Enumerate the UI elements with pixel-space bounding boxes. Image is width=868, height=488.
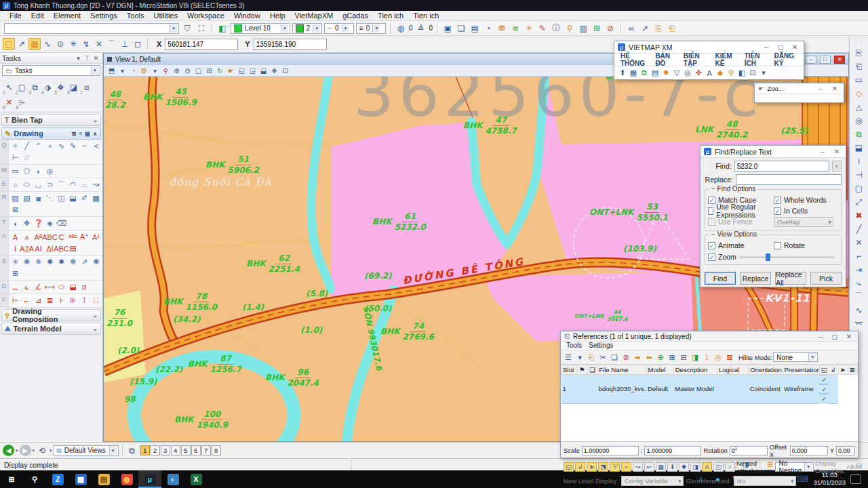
drawing-tool-icon[interactable]: ⌫ [56,218,67,229]
render-icon[interactable]: ✳ [523,22,535,35]
fence-mode-icon[interactable]: ⛶ [195,22,208,35]
drawing-tool-icon[interactable]: ◙ [33,192,44,204]
clip-mask-icon[interactable]: ⊡ [280,66,290,76]
offset-x-input[interactable] [790,446,828,455]
section-drawing-composition[interactable]: ⚲ Drawing Composition ⌄ [1,309,101,321]
exchange-icon[interactable]: ⤵ [701,352,712,363]
menu-item[interactable]: Utilities [150,12,182,20]
chevron-down-icon[interactable]: ▾ [372,24,380,33]
vietmap-menu-item[interactable]: ĐĂNG KÝ [771,52,801,67]
minimize-icon[interactable]: – [806,56,816,64]
copy-icon[interactable]: ⬅ [644,352,654,363]
transparency-icon[interactable]: ◍ [395,22,407,35]
drawing-tool-icon[interactable]: ᴬᴮᶜ [67,231,79,243]
drawing-tool-icon[interactable]: ❃ [90,256,102,268]
modify-curve-icon[interactable]: ≀ [852,155,866,167]
search-icon[interactable]: ⚲ [564,22,576,35]
drawing-tool-icon[interactable]: ⌓ [79,179,90,190]
references-header-row[interactable]: Slot⚑❏ File NameModelDescription Logical… [561,365,858,375]
circles-tool-icon[interactable]: ◎ [852,114,866,127]
minimize-icon[interactable]: – [761,43,772,51]
menu-item[interactable]: Tien ich [374,12,408,20]
drawing-tool-icon[interactable]: ⊞ [9,268,21,279]
chevron-down-icon[interactable]: ▾ [170,24,177,33]
chevron-down-icon[interactable]: ⌄ [92,117,98,123]
panel-icon[interactable]: ◧ [736,68,747,79]
drawing-tool-icon[interactable]: ⬭ [56,281,67,293]
drawing-tool-icon[interactable]: ▧ [21,192,33,204]
dropdown-icon[interactable]: ▾ [117,66,127,76]
multi-snap-icon[interactable]: ◻ [132,38,144,50]
hilite-mode-select[interactable]: None▾ [773,352,818,362]
drawing-tool-icon[interactable]: ᴀ [21,231,33,243]
checkbox-rotate[interactable]: Rotate [774,241,838,250]
mirror-tool-icon[interactable]: ⬓ [852,141,866,154]
nearest-snap-icon[interactable]: ↗ [16,38,28,50]
scale-master-input[interactable] [582,446,639,455]
diamond-tool-icon[interactable]: ◇ [852,87,866,100]
drawing-tool-icon[interactable]: ↝ [90,179,102,190]
checkbox-in-cells[interactable]: ✓In Cells [774,206,838,216]
move-tool[interactable]: ⧉3 [28,80,41,95]
chrome-app[interactable]: ◍ [115,470,138,488]
chevron-down-icon[interactable]: ▾ [91,66,98,75]
cache-toggle[interactable]: ◫ [713,462,724,472]
fillet-icon[interactable]: ⤷ [852,277,866,289]
view-number-5[interactable]: 5 [181,445,191,455]
chevron-down-icon[interactable]: ▾ [16,448,18,453]
light-icon[interactable]: ✹ [660,68,671,79]
midpoint-snap-icon[interactable]: ∿ [41,38,54,50]
line-style-combo[interactable]: ┄0▾ [324,23,354,34]
rectangle-tool-icon[interactable]: ▭ [852,73,866,86]
references-menu-item[interactable]: Tools [564,342,585,350]
drawing-tool-icon[interactable]: ABC [44,231,56,243]
drawing-tool-icon[interactable]: ∿ [56,140,67,152]
menu-item[interactable]: Window [230,12,264,20]
map-icon[interactable]: ⧉ [639,68,650,79]
origin-snap-icon[interactable]: ✳ [67,38,79,50]
drawing-tool-icon[interactable]: A⁺ [79,231,90,243]
chevron-down-icon[interactable]: ▾ [678,477,682,485]
accudraw-icon[interactable]: ∞ [625,22,637,35]
drawing-tool-icon[interactable]: ◖ [9,218,21,229]
clip-volume-icon[interactable]: ❖ [269,66,279,76]
vietmap-menu-item[interactable]: KIỂM KÊ [712,52,740,67]
nested-attachments-select[interactable]: No Nesting▾ [775,462,814,472]
view-previous-icon[interactable]: ◱ [237,66,247,76]
array-tool-icon[interactable]: ⧉ [852,127,866,140]
halftone-toggle[interactable]: ◨ [690,462,701,472]
drawing-tool-icon[interactable]: A¹ [90,231,102,243]
drawing-tool-icon[interactable]: ◫ [56,192,67,204]
vietmap-menu-item[interactable]: TIỆN ÍCH [741,52,770,67]
references-list-empty-area[interactable] [561,404,858,442]
microstation-app[interactable]: µ [138,470,161,488]
perpendicular-snap-icon[interactable]: ⊥ [119,38,131,50]
annotate-icon[interactable]: ✎ [536,22,549,35]
chevron-down-icon[interactable]: ⌄ [92,325,98,332]
replace-all-button[interactable]: Replace All [775,272,806,285]
detach-icon[interactable]: ❏ [609,352,620,363]
drawing-tool-icon[interactable]: A2A [21,243,33,254]
extent-icon[interactable]: ⊡ [747,68,758,79]
rotate-icon[interactable]: ⊞ [667,352,677,363]
chevron-down-icon[interactable]: ▾ [109,447,117,455]
pan-view-icon[interactable]: ☛ [226,66,236,76]
delete-element-tool[interactable]: ✕8 [3,95,16,110]
deactivate-icon[interactable]: ⊠ [724,352,735,363]
drawing-tool-icon[interactable]: ❓ [33,218,44,229]
drawing-tool-icon[interactable]: ≺ [90,140,102,152]
dock-grip[interactable]: ⋮⋮ [854,40,865,45]
tangent-snap-icon[interactable]: ⌒ [106,38,118,50]
snap-toggle[interactable]: ↲ [575,462,585,472]
database-icon[interactable]: ⛃ [496,22,508,35]
trim-icon[interactable]: ⊣ [852,168,866,181]
drawing-tool-icon[interactable]: ⊢ [9,152,21,163]
parcel-icon[interactable]: ◆ [715,68,726,79]
priority-icon[interactable]: ≜ [415,22,427,35]
target-icon[interactable]: ◎ [682,68,693,79]
drawing-tool-icon[interactable]: ▨ [9,192,21,204]
menu-item[interactable]: Tools [123,12,149,20]
level-display-icon[interactable]: ◧ [216,22,229,35]
measure-tool[interactable]: ⌲9 [16,95,28,110]
drawing-tool-icon[interactable]: ◗ [33,165,44,177]
